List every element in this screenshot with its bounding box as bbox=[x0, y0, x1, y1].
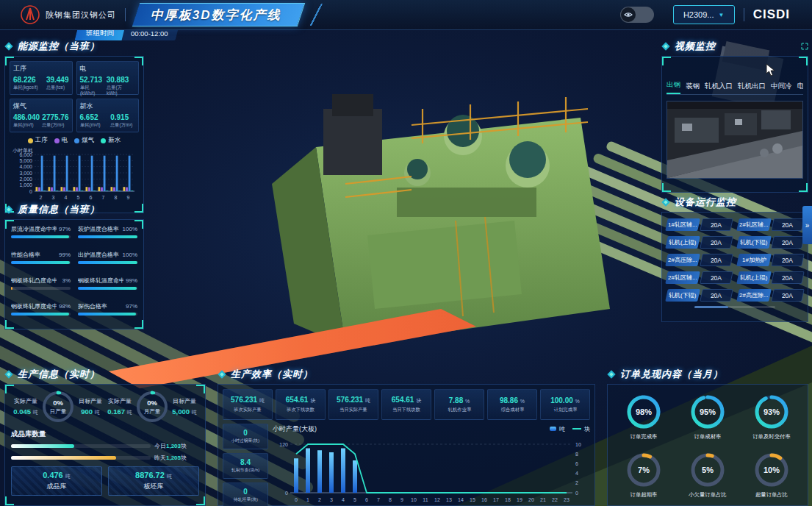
equipment-item: 轧机(下辊)20A bbox=[667, 289, 732, 302]
svg-text:16: 16 bbox=[481, 497, 487, 502]
order-donut: 10% 超量订单占比 bbox=[739, 446, 803, 502]
cisdi-logo: CISDI bbox=[753, 7, 790, 22]
energy-legend: 工序电煤气新水 bbox=[10, 136, 139, 145]
warehouse-card: 8876.72 吨板坯库 bbox=[108, 466, 199, 496]
svg-text:8: 8 bbox=[115, 195, 118, 200]
efficiency-mini-stat: 0小时过钢量(块) bbox=[223, 424, 268, 449]
panel-energy-monitor: 能源监控（当班） 工序 68.226单耗(kgce/t) 39.449总量(tc… bbox=[4, 40, 144, 213]
video-tab-电加热[interactable]: 电加热 bbox=[797, 82, 804, 94]
company-logo bbox=[21, 5, 40, 24]
diamond-icon bbox=[661, 198, 670, 207]
inventory-bar: 昨天1,205块 bbox=[11, 454, 199, 462]
video-feed[interactable] bbox=[667, 101, 803, 179]
efficiency-stat-cards: 576.231 吨班次实际产量654.61 块班次下线块数576.231 吨当日… bbox=[223, 389, 590, 420]
order-donut: 7% 订单超期率 bbox=[612, 446, 676, 502]
svg-text:5%: 5% bbox=[702, 466, 714, 474]
page-title: 中厚板3D数字化产线 bbox=[151, 7, 281, 24]
panel-collapse-icon[interactable] bbox=[801, 43, 808, 50]
svg-text:7: 7 bbox=[377, 497, 380, 502]
panel-expand-tab[interactable]: » bbox=[802, 206, 812, 244]
quality-metric: 钢板终轧温度命中率99% bbox=[78, 277, 137, 298]
svg-text:2: 2 bbox=[575, 480, 578, 485]
svg-text:10%: 10% bbox=[764, 466, 780, 474]
video-tab-中间冷[interactable]: 中间冷 bbox=[771, 82, 792, 94]
svg-text:1: 1 bbox=[306, 497, 309, 502]
video-camera-tabs: 出钢装钢轧机入口轧机出口中间冷电加热 bbox=[667, 61, 803, 95]
svg-text:月产量: 月产量 bbox=[144, 408, 161, 415]
panel-title: 质量信息（当班） bbox=[18, 203, 100, 216]
equipment-item: 轧机(上辊)20A bbox=[667, 236, 732, 249]
hour-chart-legend: 吨 块 bbox=[550, 425, 590, 433]
efficiency-side-cards: 0小时过钢量(块)8.4轧制节奏(块/h)0待轧坯量(块) bbox=[223, 424, 268, 506]
svg-text:10: 10 bbox=[411, 497, 417, 502]
svg-text:4: 4 bbox=[342, 497, 345, 502]
quality-metric: 性能合格率99% bbox=[11, 251, 71, 272]
diamond-icon bbox=[607, 370, 616, 379]
diamond-icon bbox=[4, 370, 13, 379]
energy-card: 煤气 486.040单耗(m³/t) 2775.76总量(万m³) bbox=[10, 99, 73, 132]
svg-text:120: 120 bbox=[279, 442, 288, 447]
equipment-scrollbar[interactable] bbox=[694, 306, 775, 308]
svg-text:5,000: 5,000 bbox=[19, 158, 32, 163]
video-tab-出钢[interactable]: 出钢 bbox=[667, 80, 680, 94]
video-tab-装钢[interactable]: 装钢 bbox=[686, 82, 700, 94]
video-tab-轧机出口[interactable]: 轧机出口 bbox=[738, 82, 766, 94]
svg-text:15: 15 bbox=[470, 497, 475, 502]
quality-metrics: 层流冷温度命中率97% 装炉温度合格率100% 性能合格率99% 出炉温度合格率… bbox=[4, 219, 144, 329]
svg-text:7%: 7% bbox=[638, 466, 650, 474]
legend-item: 煤气 bbox=[74, 136, 94, 145]
svg-text:0%: 0% bbox=[147, 399, 157, 407]
svg-text:0: 0 bbox=[575, 491, 578, 496]
day-actual: 实际产量 0.045 吨 bbox=[11, 397, 40, 416]
equipment-item: 2#轧区辅...20A bbox=[667, 271, 732, 284]
efficiency-stat: 576.231 吨班次实际产量 bbox=[223, 389, 273, 420]
day-progress-ring: 0% 日产量 bbox=[40, 389, 76, 424]
day-target: 目标产量 900 吨 bbox=[76, 397, 105, 416]
order-donut: 98% 订单完成率 bbox=[612, 388, 676, 444]
quality-metric: 层流冷温度命中率97% bbox=[11, 225, 71, 246]
efficiency-mini-stat: 0待轧坯量(块) bbox=[223, 482, 268, 506]
energy-card: 电 52.713单耗(kWh/t) 30.883总量(万kWh) bbox=[76, 61, 140, 95]
svg-text:0%: 0% bbox=[53, 399, 63, 407]
svg-text:3: 3 bbox=[52, 195, 55, 200]
video-tab-轧机入口[interactable]: 轧机入口 bbox=[705, 82, 733, 94]
svg-text:23: 23 bbox=[564, 497, 570, 502]
legend-item: 电 bbox=[54, 136, 68, 145]
panel-production-info: 生产信息（实时） 实际产量 0.045 吨 0% 日产量 目标产量 900 吨 … bbox=[4, 368, 206, 506]
page-title-banner: 中厚板3D数字化产线 bbox=[132, 3, 305, 26]
energy-card: 新水 6.652单耗(m³/t) 0.915总量(万m³) bbox=[76, 99, 140, 132]
field-value: 00:00-12:00 bbox=[131, 29, 168, 38]
month-progress-ring: 0% 月产量 bbox=[134, 389, 170, 424]
order-donut: 93% 订单及时交付率 bbox=[739, 388, 803, 444]
equipment-item: 2#高压除...20A bbox=[738, 289, 803, 302]
svg-text:9: 9 bbox=[127, 195, 130, 200]
svg-text:0: 0 bbox=[295, 497, 298, 502]
diamond-icon bbox=[4, 42, 13, 51]
diamond-icon bbox=[218, 370, 226, 379]
svg-text:8: 8 bbox=[389, 497, 392, 502]
order-donut: 95% 订单成材率 bbox=[676, 388, 740, 444]
visibility-toggle[interactable] bbox=[620, 7, 654, 23]
equipment-list: 1#轧区辅...20A2#轧区辅...20A轧机(上辊)20A轧机(下辊)20A… bbox=[667, 218, 803, 302]
efficiency-stat: 100.00 %计划完成率 bbox=[540, 389, 590, 420]
svg-text:10: 10 bbox=[575, 442, 581, 447]
equipment-item: 1#加热炉20A bbox=[738, 254, 803, 266]
svg-text:5: 5 bbox=[353, 497, 356, 502]
panel-title: 设备运行监控 bbox=[675, 196, 736, 209]
svg-text:4: 4 bbox=[65, 195, 68, 200]
svg-text:1,000: 1,000 bbox=[19, 182, 32, 188]
svg-text:21: 21 bbox=[540, 497, 546, 502]
warehouse-cards: 0.476 吨成品库8876.72 吨板坯库 bbox=[11, 466, 199, 496]
svg-text:11: 11 bbox=[423, 497, 428, 502]
quality-metric: 钢板终轧凸度命中率3% bbox=[11, 277, 71, 298]
energy-cards: 工序 68.226单耗(kgce/t) 39.449总量(tce)电 52.71… bbox=[10, 61, 139, 132]
legend-line-swatch bbox=[572, 428, 581, 430]
svg-text:3: 3 bbox=[330, 497, 333, 502]
svg-text:4: 4 bbox=[575, 471, 578, 476]
svg-text:13: 13 bbox=[446, 497, 452, 502]
diamond-icon bbox=[4, 205, 13, 214]
svg-text:4,000: 4,000 bbox=[19, 164, 32, 169]
energy-hourly-chart: 小时单耗01,0002,0003,0004,0005,0006,00023456… bbox=[10, 146, 139, 209]
heat-number-dropdown[interactable]: H2309... ▼ bbox=[673, 5, 735, 24]
svg-text:2,000: 2,000 bbox=[19, 177, 32, 182]
